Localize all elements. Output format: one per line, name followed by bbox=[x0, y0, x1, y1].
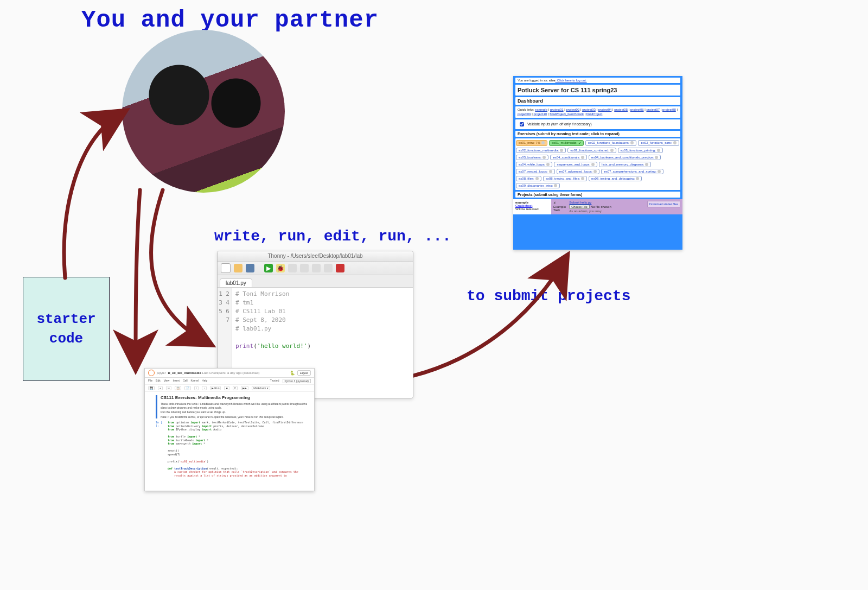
exercise-pill[interactable]: ex04_booleans_and_conditionals_practice: bbox=[589, 155, 661, 160]
quicklink-project09[interactable]: project09 bbox=[518, 112, 531, 116]
menu-insert[interactable]: Insert bbox=[173, 379, 180, 383]
jupyter-code[interactable]: from optimism import mark, testMarkedCod… bbox=[168, 421, 311, 477]
menu-kernel[interactable]: Kernel bbox=[191, 379, 199, 383]
exercise-pill[interactable]: ex08_tracing_and_files: bbox=[543, 176, 587, 181]
quicklink-project05[interactable]: project05 bbox=[614, 108, 628, 111]
validate-checkbox[interactable] bbox=[520, 122, 524, 126]
exercise-pill[interactable]: ex09_dictionaries_intro: bbox=[516, 183, 560, 188]
step-out-icon[interactable] bbox=[312, 264, 321, 272]
starter-code-box: starter code bbox=[23, 277, 110, 381]
exercise-pill[interactable]: ex08_testing_and_debugging: bbox=[589, 176, 642, 181]
stop-icon[interactable] bbox=[336, 264, 344, 272]
quicklink-project07[interactable]: project07 bbox=[647, 108, 660, 111]
logout-button[interactable]: Logout bbox=[297, 370, 311, 376]
validate-label: Validate inputs (turn off only if necess… bbox=[527, 122, 592, 126]
toolbar-btn-11[interactable]: Markdown ▾ bbox=[252, 386, 270, 390]
proj-released: Will be released bbox=[515, 207, 549, 211]
toolbar-btn-6[interactable]: ↓ bbox=[202, 386, 207, 390]
potluck-loginbar: You are logged in as: slee. Click here t… bbox=[515, 78, 680, 83]
choose-file-button[interactable]: Choose File bbox=[569, 205, 589, 209]
toolbar-btn-8[interactable]: ■ bbox=[224, 386, 229, 390]
exercise-pill[interactable]: ex04_while_loops: bbox=[516, 162, 552, 167]
exercise-pill[interactable]: ex07_nested_loops: bbox=[516, 169, 555, 174]
exercise-pill[interactable]: ex03_functions_continued: bbox=[567, 148, 616, 153]
exercise-pill[interactable]: sequences_and_loops: bbox=[554, 162, 597, 167]
potluck-dashboard: Dashboard bbox=[518, 98, 678, 104]
run-icon[interactable]: ▶ bbox=[264, 264, 273, 272]
toolbar-btn-4[interactable]: 📄 bbox=[184, 386, 191, 390]
toolbar-btn-7[interactable]: ▶ Run bbox=[210, 386, 221, 390]
potluck-title: Potluck Server for CS 111 spring23 bbox=[518, 87, 678, 93]
project-row: example Gradesheet Will be released ✗ Ex… bbox=[513, 199, 682, 214]
quicklink-project01[interactable]: project01 bbox=[550, 108, 564, 111]
caption-submit: to submit projects bbox=[467, 288, 630, 304]
jupyter-body: CS111 Exercises: Multimedia Programming … bbox=[145, 392, 314, 479]
exercise-pill[interactable]: ex04_conditionals: bbox=[550, 155, 587, 160]
proj-admin-note: As an admin, you may bbox=[569, 210, 611, 213]
starter-code-label: starter code bbox=[36, 309, 95, 349]
jupyter-title[interactable]: B_ex_lab_multimedia bbox=[168, 371, 201, 375]
kernel-label[interactable]: Python 3 (ipykernel) bbox=[283, 379, 311, 383]
potluck-login-prefix: You are logged in as: bbox=[518, 79, 549, 82]
save-file-icon[interactable] bbox=[246, 264, 254, 272]
jupyter-prompt: In [ ]: bbox=[156, 421, 165, 477]
quicklink-example[interactable]: example bbox=[535, 108, 547, 111]
caption-write: write, run, edit, run, ... bbox=[214, 228, 451, 245]
toolbar-btn-2[interactable]: ✂ bbox=[166, 386, 171, 390]
quicklink-finalProject_benchmark[interactable]: finalProject_benchmark bbox=[550, 112, 584, 116]
quicklink-project10[interactable]: project10 bbox=[534, 112, 547, 116]
exercise-pill[interactable]: ex07_advanced_loops: bbox=[557, 169, 600, 174]
potluck-quicklinks: Quick links: example | project01 | proje… bbox=[515, 106, 680, 118]
exercise-pill[interactable]: ex07_comprehensions_and_sorting: bbox=[601, 169, 663, 174]
quicklink-project02[interactable]: project02 bbox=[566, 108, 580, 111]
exercise-pill[interactable]: ex08_files: bbox=[516, 176, 541, 181]
exercise-pills: ex01_intro: 7%ex01_multimedia: ✓ex02_fun… bbox=[515, 138, 680, 190]
exercise-pill[interactable]: ex02_functions_multimedia: bbox=[516, 148, 566, 153]
quicklink-project08[interactable]: project08 bbox=[662, 108, 676, 111]
toolbar-btn-3[interactable]: 📋 bbox=[175, 386, 181, 390]
potluck-window: You are logged in as: slee. Click here t… bbox=[513, 76, 682, 250]
jupyter-logo-icon bbox=[148, 370, 155, 376]
exercise-pill[interactable]: ex01_intro: 7% bbox=[516, 140, 547, 146]
toolbar-btn-5[interactable]: ↑ bbox=[194, 386, 199, 390]
exercises-header: Exercises (submit by running test code; … bbox=[515, 131, 680, 137]
download-starter-button[interactable]: Download starter files bbox=[647, 201, 680, 207]
quicklink-project04[interactable]: project04 bbox=[598, 108, 612, 111]
resume-icon[interactable] bbox=[324, 264, 333, 272]
toolbar-btn-1[interactable]: + bbox=[158, 386, 163, 390]
menu-view[interactable]: View bbox=[164, 379, 170, 383]
exercise-pill[interactable]: ex03_functions_printing: bbox=[618, 148, 663, 153]
menu-file[interactable]: File bbox=[148, 379, 152, 383]
partner-photo bbox=[122, 30, 285, 193]
quicklink-project03[interactable]: project03 bbox=[582, 108, 596, 111]
exercise-pill[interactable]: ex02_functions_foundations: bbox=[585, 140, 636, 146]
trusted-label: Trusted bbox=[270, 379, 279, 383]
quicklink-finalProject[interactable]: finalProject bbox=[586, 112, 603, 116]
open-file-icon[interactable] bbox=[234, 264, 242, 272]
submit-hello-link[interactable]: Submit hello.py bbox=[569, 201, 611, 204]
jupyter-menubar: FileEditViewInsertCellKernelHelpTrustedP… bbox=[145, 378, 314, 385]
projects-header: Projects (submit using these forms) bbox=[515, 192, 680, 198]
step-over-icon[interactable] bbox=[288, 264, 297, 272]
thonny-titlebar: Thonny - /Users/slee/Desktop/lab01/lab bbox=[218, 251, 413, 262]
potluck-logout-link[interactable]: . Click here to log out. bbox=[556, 79, 587, 82]
toolbar-btn-10[interactable]: ▶▶ bbox=[241, 386, 248, 390]
debug-icon[interactable]: 🐞 bbox=[276, 264, 285, 272]
jupyter-markdown-cell[interactable]: CS111 Exercises: Multimedia Programming … bbox=[156, 395, 311, 418]
menu-cell[interactable]: Cell bbox=[183, 379, 188, 383]
toolbar-btn-9[interactable]: C bbox=[233, 386, 238, 390]
menu-edit[interactable]: Edit bbox=[156, 379, 161, 383]
gradesheet-link[interactable]: Gradesheet bbox=[515, 204, 532, 207]
menu-help[interactable]: Help bbox=[202, 379, 207, 383]
step-into-icon[interactable] bbox=[300, 264, 309, 272]
exercise-pill[interactable]: ex02_functions_core: bbox=[638, 140, 679, 146]
quicklink-project06[interactable]: project06 bbox=[630, 108, 644, 111]
thonny-tab[interactable]: lab01.py bbox=[220, 278, 252, 287]
new-file-icon[interactable] bbox=[221, 263, 231, 273]
exercise-pill[interactable]: lists_and_memory_diagrams: bbox=[599, 162, 651, 167]
jupyter-code-cell[interactable]: In [ ]: from optimism import mark, testM… bbox=[156, 421, 311, 477]
exercise-pill[interactable]: ex03_booleans: bbox=[516, 155, 548, 160]
toolbar-btn-0[interactable]: 💾 bbox=[148, 386, 155, 390]
jupyter-window: jupyter B_ex_lab_multimedia Last Checkpo… bbox=[144, 368, 315, 491]
exercise-pill[interactable]: ex01_multimedia: ✓ bbox=[549, 140, 584, 146]
